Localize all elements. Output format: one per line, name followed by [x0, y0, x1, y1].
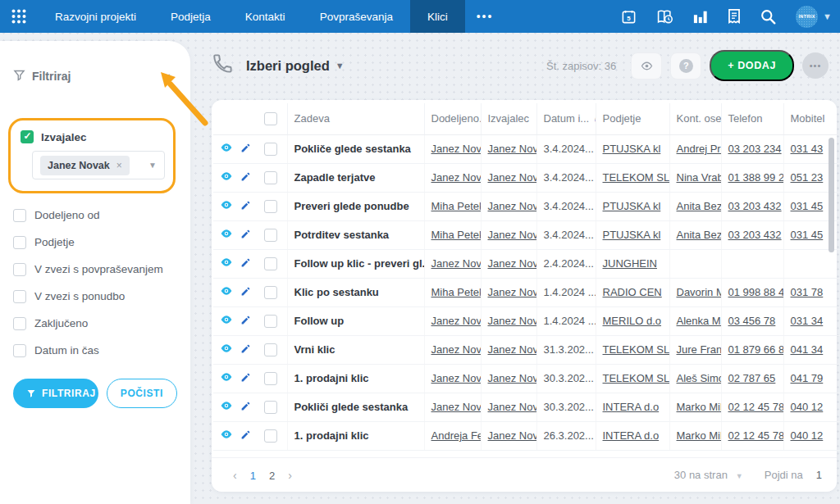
contacts-icon[interactable]: [656, 9, 673, 25]
row-checkbox[interactable]: [264, 401, 277, 414]
link-telefon[interactable]: 02 12 45 78: [728, 429, 784, 442]
column-header-izvajalec[interactable]: Izvajalec: [481, 103, 536, 134]
link-kontakt[interactable]: Alenka Mih: [677, 315, 722, 327]
row-checkbox[interactable]: [264, 143, 277, 156]
link-dodeljeno[interactable]: Janez Novak: [431, 401, 482, 413]
izvajalec-select[interactable]: Janez Novak × ▼: [32, 151, 165, 179]
goto-page-input[interactable]: 1: [816, 469, 822, 481]
edit-record-icon[interactable]: [240, 372, 251, 385]
tab-klici[interactable]: Klici: [410, 0, 465, 33]
link-telefon[interactable]: 01 998 88 4: [728, 286, 784, 298]
remove-tag-icon[interactable]: ×: [116, 160, 122, 171]
column-header-mobitel[interactable]: Mobitel: [783, 103, 840, 134]
link-izvajalec[interactable]: Janez Novak: [488, 229, 537, 241]
vertical-scrollbar[interactable]: [829, 138, 834, 252]
row-checkbox[interactable]: [264, 257, 277, 270]
column-header-zadeva[interactable]: Zadeva: [287, 103, 424, 134]
search-icon[interactable]: [760, 9, 776, 25]
link-dodeljeno[interactable]: Janez Novak: [431, 143, 482, 155]
edit-record-icon[interactable]: [240, 143, 251, 156]
view-record-icon[interactable]: [220, 284, 233, 300]
filter-item-podjetje[interactable]: Podjetje: [13, 229, 177, 256]
link-telefon[interactable]: 03 203 432: [728, 200, 782, 212]
link-podjetje[interactable]: RADIO CEN: [603, 286, 662, 298]
link-mobitel[interactable]: 031 34: [791, 315, 824, 327]
filter-item-v-zvezi-s-povpra-evanjem[interactable]: V zvezi s povpraševanjem: [13, 256, 177, 283]
view-record-icon[interactable]: [220, 342, 233, 357]
link-podjetje[interactable]: PTUJSKA kl: [603, 200, 661, 212]
checkbox[interactable]: [13, 290, 26, 303]
link-telefon[interactable]: 03 203 432: [728, 229, 782, 241]
calendar-icon[interactable]: 5: [621, 9, 637, 25]
link-mobitel[interactable]: 031 45: [791, 200, 824, 212]
more-tabs-button[interactable]: •••: [465, 0, 505, 33]
link-telefon[interactable]: 02 787 65: [728, 372, 776, 384]
view-record-icon[interactable]: [220, 141, 233, 157]
link-telefon[interactable]: 02 12 45 78: [728, 401, 784, 413]
link-mobitel[interactable]: 031 45: [791, 229, 824, 241]
view-record-icon[interactable]: [220, 170, 233, 185]
row-checkbox[interactable]: [264, 343, 277, 356]
link-mobitel[interactable]: 040 12: [791, 429, 824, 442]
select-caret-icon[interactable]: ▼: [148, 161, 157, 170]
link-kontakt[interactable]: Davorin Mal: [677, 286, 722, 298]
link-podjetje[interactable]: INTERA d.o: [603, 401, 660, 413]
checkbox[interactable]: [13, 344, 26, 357]
link-dodeljeno[interactable]: Janez Novak: [431, 257, 482, 270]
tab-podjetja[interactable]: Podjetja: [153, 0, 228, 33]
view-record-icon[interactable]: [220, 313, 233, 329]
preview-button[interactable]: [631, 52, 662, 79]
link-izvajalec[interactable]: Janez Novak: [488, 343, 537, 356]
link-izvajalec[interactable]: Janez Novak: [488, 372, 537, 384]
view-record-icon[interactable]: [220, 256, 233, 271]
account-menu[interactable]: INTRIX ▼: [796, 6, 832, 28]
help-button[interactable]: ?: [670, 52, 701, 79]
tab-razvojni-projekti[interactable]: Razvojni projekti: [38, 0, 153, 33]
page-button-1[interactable]: 1: [244, 470, 262, 482]
filter-item-datum-in-as[interactable]: Datum in čas: [13, 337, 177, 364]
link-telefon[interactable]: 01 879 66 8: [728, 343, 784, 356]
link-podjetje[interactable]: TELEKOM SL: [603, 171, 670, 184]
link-izvajalec[interactable]: Janez Novak: [488, 200, 537, 212]
edit-record-icon[interactable]: [240, 171, 251, 184]
document-icon[interactable]: [728, 9, 741, 25]
edit-record-icon[interactable]: [240, 429, 251, 443]
link-podjetje[interactable]: TELEKOM SL: [603, 343, 670, 356]
view-record-icon[interactable]: [220, 399, 233, 415]
filter-item-dodeljeno-od[interactable]: Dodeljeno od: [13, 202, 177, 229]
link-dodeljeno[interactable]: Janez Novak: [431, 171, 482, 184]
link-izvajalec[interactable]: Janez Novak: [488, 286, 537, 298]
pocisti-button[interactable]: POČISTI: [107, 379, 177, 408]
link-podjetje[interactable]: INTERA d.o: [603, 429, 660, 442]
link-podjetje[interactable]: MERILO d.o: [603, 315, 662, 327]
tab-povpra-evanja[interactable]: Povpraševanja: [303, 0, 410, 33]
view-record-icon[interactable]: [220, 370, 233, 386]
more-actions-button[interactable]: •••: [802, 52, 829, 79]
dodaj-button[interactable]: + DODAJ: [710, 50, 794, 81]
link-mobitel[interactable]: 041 79: [791, 372, 824, 384]
link-izvajalec[interactable]: Janez Novak: [488, 171, 537, 184]
link-kontakt[interactable]: Nina Vrabec: [677, 171, 722, 184]
link-mobitel[interactable]: 051 23: [791, 171, 824, 184]
link-kontakt[interactable]: Anita Bezjak: [677, 229, 722, 241]
bar-chart-icon[interactable]: [693, 9, 708, 24]
link-izvajalec[interactable]: Janez Novak: [488, 315, 537, 327]
select-all-checkbox[interactable]: [264, 112, 277, 125]
link-izvajalec[interactable]: Janez Novak: [488, 143, 537, 155]
filter-item-v-zvezi-s-ponudbo[interactable]: V zvezi s ponudbo: [13, 283, 177, 310]
link-mobitel[interactable]: 031 43: [791, 143, 824, 155]
filtriraj-button[interactable]: FILTRIRAJ ▼: [13, 379, 98, 408]
checkbox[interactable]: [13, 263, 26, 276]
link-dodeljeno[interactable]: Miha Petek: [431, 200, 482, 212]
row-checkbox[interactable]: [264, 171, 277, 184]
link-dodeljeno[interactable]: Janez Novak: [431, 315, 482, 327]
edit-record-icon[interactable]: [240, 315, 251, 328]
column-header-telefon[interactable]: Telefon: [721, 103, 783, 134]
edit-record-icon[interactable]: [240, 343, 251, 356]
prev-page-button[interactable]: ‹: [226, 469, 244, 482]
row-checkbox[interactable]: [264, 286, 277, 299]
row-checkbox[interactable]: [264, 372, 277, 385]
row-checkbox[interactable]: [264, 200, 277, 213]
edit-record-icon[interactable]: [240, 257, 251, 270]
link-dodeljeno[interactable]: Miha Petek: [431, 229, 482, 241]
